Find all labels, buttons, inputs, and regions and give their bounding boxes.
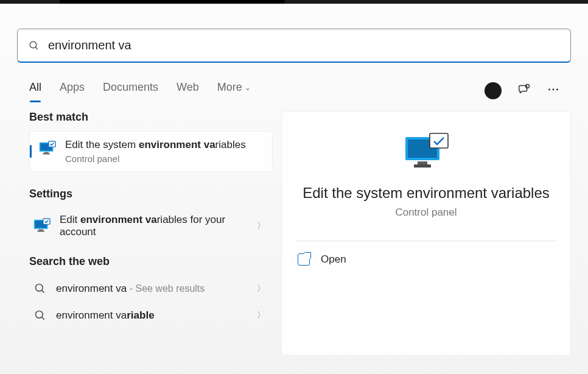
detail-title: Edit the system environment variables [303, 185, 550, 202]
svg-line-19 [42, 317, 44, 320]
settings-result-title: Edit environment variables for your acco… [60, 214, 248, 238]
search-box[interactable] [17, 29, 571, 63]
svg-line-17 [42, 291, 44, 293]
filter-tabs: All Apps Documents Web More ⌄ [29, 81, 251, 100]
more-icon[interactable] [547, 83, 560, 99]
svg-point-0 [30, 41, 37, 48]
settings-header: Settings [29, 188, 273, 200]
tab-more-label: More [217, 81, 242, 94]
open-external-icon [298, 253, 310, 266]
chevron-down-icon: ⌄ [245, 83, 251, 92]
svg-point-2 [526, 84, 530, 88]
tab-more[interactable]: More ⌄ [217, 81, 251, 100]
chevron-right-icon: 〉 [257, 310, 269, 321]
svg-rect-22 [418, 161, 427, 164]
svg-rect-23 [414, 164, 431, 168]
tab-web[interactable]: Web [177, 81, 199, 100]
svg-point-5 [556, 88, 558, 90]
web-result-title: environment variable [56, 309, 155, 322]
svg-rect-9 [43, 153, 50, 155]
svg-rect-24 [430, 133, 448, 148]
tab-apps[interactable]: Apps [60, 81, 85, 100]
chat-icon[interactable] [517, 83, 531, 99]
search-input[interactable] [48, 38, 559, 52]
best-match-result[interactable]: Edit the system environment variables Co… [29, 131, 273, 172]
best-match-title: Edit the system environment variables [65, 139, 246, 151]
monitor-settings-icon [38, 140, 57, 158]
svg-point-3 [548, 88, 550, 90]
svg-line-1 [35, 47, 38, 49]
chevron-right-icon: 〉 [257, 221, 269, 231]
svg-rect-13 [38, 230, 43, 231]
open-label: Open [321, 253, 346, 266]
svg-rect-8 [44, 152, 49, 153]
best-match-subtitle: Control panel [65, 153, 246, 164]
search-icon [29, 40, 40, 51]
search-icon [33, 281, 47, 296]
best-match-header: Best match [29, 111, 273, 124]
svg-point-4 [553, 88, 555, 90]
svg-rect-14 [38, 231, 44, 232]
detail-subtitle: Control panel [395, 206, 457, 219]
detail-panel: Edit the system environment variables Co… [281, 111, 571, 356]
monitor-settings-icon [33, 217, 51, 236]
tab-documents[interactable]: Documents [103, 81, 158, 100]
user-avatar[interactable] [485, 82, 502, 99]
settings-result[interactable]: Edit environment variables for your acco… [29, 208, 273, 244]
monitor-settings-icon [402, 131, 450, 174]
svg-point-18 [36, 311, 43, 319]
svg-point-16 [36, 284, 43, 292]
chevron-right-icon: 〉 [257, 283, 269, 294]
tab-all[interactable]: All [29, 81, 41, 100]
web-result[interactable]: environment variable 〉 [29, 302, 273, 329]
open-action[interactable]: Open [296, 241, 556, 278]
web-result[interactable]: environment va - See web results 〉 [29, 275, 273, 302]
search-icon [33, 308, 47, 323]
web-header: Search the web [29, 255, 273, 268]
web-result-title: environment va - See web results [56, 283, 205, 295]
